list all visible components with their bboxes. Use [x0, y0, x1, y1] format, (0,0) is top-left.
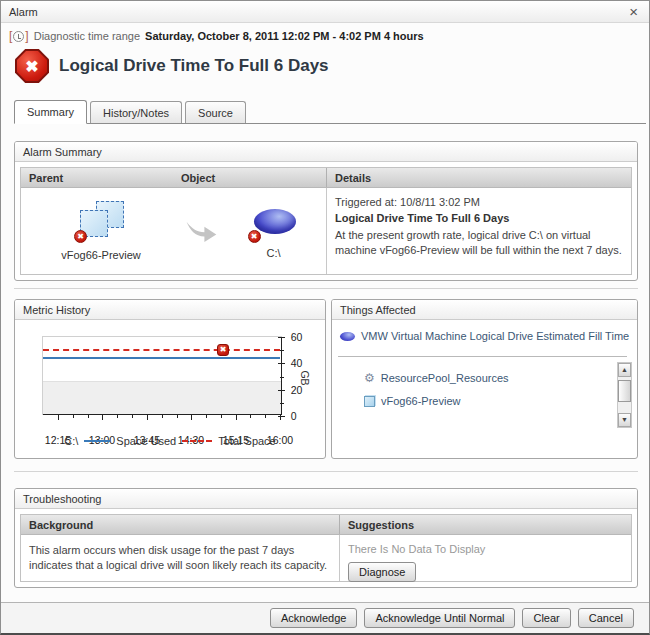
virtual-machine-preview-icon: ✖ [76, 201, 126, 245]
alarm-description-text: At the present growth rate, logical driv… [335, 228, 623, 258]
alarm-summary-row: ✖ vFog66-Preview ✖ C:\ Triggered at: 10/… [21, 188, 631, 274]
clock-icon [9, 29, 29, 43]
column-header-parent: Parent [21, 172, 181, 184]
y-tick-label: 60 [291, 331, 303, 343]
logical-drive-icon: ✖ [249, 203, 299, 243]
chart-band [43, 381, 282, 415]
background-text: This alarm occurs when disk usage for th… [21, 535, 339, 581]
alarm-summary-header-row: Parent Object Details [21, 168, 631, 188]
list-item-vfog66[interactable]: vFog66-Preview [364, 395, 460, 407]
resource-pool-icon: ⚙ [364, 372, 375, 384]
tab-source[interactable]: Source [185, 101, 246, 123]
suggestions-cell: There Is No Data To Display Diagnose [339, 535, 631, 581]
things-affected-root-item[interactable]: VMW Virtual Machine Logical Drive Estima… [340, 330, 629, 342]
scrollbar-thumb[interactable] [618, 380, 631, 402]
acknowledge-button[interactable]: Acknowledge [270, 608, 357, 628]
title-bar: Alarm × [1, 1, 649, 23]
chart-plot-area: 60 40 20 0 ✖ 12:15 13:00 13:45 14:30 15:… [42, 336, 282, 415]
troubleshooting-title: Troubleshooting [15, 489, 637, 509]
legend-total-space: Total Space [218, 435, 275, 447]
acknowledge-until-normal-button[interactable]: Acknowledge Until Normal [364, 608, 515, 628]
metric-history-chart: 60 40 20 0 ✖ 12:15 13:00 13:45 14:30 15:… [15, 320, 325, 458]
virtual-machine-icon [364, 396, 375, 407]
error-badge-icon: ✖ [248, 230, 261, 243]
metric-history-title: Metric History [15, 300, 325, 320]
section-divider [14, 471, 638, 472]
troubleshooting-table: Background Suggestions This alarm occurs… [20, 514, 632, 582]
parent-cell[interactable]: ✖ vFog66-Preview [21, 188, 181, 274]
error-badge-icon: ✖ [74, 230, 87, 243]
metric-history-panel: Metric History 60 40 [14, 299, 326, 459]
cancel-button[interactable]: Cancel [578, 608, 634, 628]
column-header-suggestions: Suggestions [339, 515, 631, 534]
no-data-text: There Is No Data To Display [348, 543, 623, 555]
column-header-object: Object [181, 172, 326, 184]
alarm-heading: ✖ Logical Drive Time To Full 6 Days [15, 49, 329, 83]
alarm-summary-table: Parent Object Details ✖ vFog66-Preview [20, 167, 632, 275]
parent-label: vFog66-Preview [61, 249, 140, 261]
footer-button-bar: Acknowledge Acknowledge Until Normal Cle… [1, 603, 649, 633]
close-icon[interactable]: × [626, 5, 641, 19]
tab-bar: Summary History/Notes Source [14, 100, 646, 124]
troubleshooting-panel: Troubleshooting Background Suggestions T… [14, 488, 638, 588]
details-cell: Triggered at: 10/8/11 3:02 PM Logical Dr… [326, 188, 631, 274]
y-tick-label: 0 [291, 410, 297, 422]
parent-to-object-arrow-icon [181, 188, 221, 274]
clear-button[interactable]: Clear [522, 608, 570, 628]
page-title: Logical Drive Time To Full 6 Days [59, 56, 329, 76]
logical-drive-icon [340, 332, 355, 341]
scroll-down-icon[interactable]: ▼ [618, 413, 631, 427]
scrollbar[interactable]: ▲ ▼ [617, 362, 632, 428]
list-item-resourcepool[interactable]: ⚙ ResourcePool_Resources [364, 372, 509, 384]
legend-space-used: Space Used [116, 435, 176, 447]
total-space-line [43, 349, 280, 351]
alarm-summary-title: Alarm Summary [15, 142, 637, 162]
diagnostic-time-range: Diagnostic time range Saturday, October … [9, 29, 424, 43]
object-label: C:\ [266, 247, 280, 259]
triggered-at-text: Triggered at: 10/8/11 3:02 PM [335, 196, 623, 208]
window-title: Alarm [9, 6, 38, 18]
diagnose-button[interactable]: Diagnose [348, 562, 416, 582]
rule-name-text: Logical Drive Time To Full 6 Days [335, 212, 623, 224]
total-space-line-sample [182, 440, 212, 442]
things-affected-title: Things Affected [332, 300, 637, 320]
scroll-up-icon[interactable]: ▲ [618, 363, 631, 377]
diagnostic-value: Saturday, October 8, 2011 12:02 PM - 4:0… [145, 30, 424, 42]
tab-summary[interactable]: Summary [14, 100, 87, 124]
section-divider [14, 288, 638, 289]
chart-legend: C:\ Space Used Total Space [15, 435, 325, 447]
things-affected-panel: Things Affected VMW Virtual Machine Logi… [331, 299, 638, 459]
alarm-summary-panel: Alarm Summary Parent Object Details ✖ vF… [14, 141, 638, 281]
legend-metric-prefix: C:\ [64, 435, 78, 447]
y-tick-label: 20 [291, 384, 303, 396]
tab-history-notes[interactable]: History/Notes [90, 101, 182, 123]
troubleshooting-header-row: Background Suggestions [21, 515, 631, 535]
column-header-background: Background [21, 519, 339, 531]
object-cell[interactable]: ✖ C:\ [221, 188, 326, 274]
alarm-marker-icon[interactable]: ✖ [217, 344, 229, 356]
alarm-dialog: Alarm × Diagnostic time range Saturday, … [0, 0, 650, 635]
alarm-severity-icon: ✖ [15, 49, 49, 83]
y-tick-label: 40 [291, 357, 303, 369]
divider [338, 356, 627, 357]
space-used-line [43, 357, 280, 359]
y-axis-unit-label: GB [299, 370, 311, 385]
diagnostic-label: Diagnostic time range [34, 30, 140, 42]
list-item-label: ResourcePool_Resources [381, 372, 509, 384]
root-item-label: VMW Virtual Machine Logical Drive Estima… [361, 330, 629, 342]
column-header-details: Details [326, 168, 631, 187]
space-used-line-sample [84, 440, 110, 442]
list-item-label: vFog66-Preview [381, 395, 460, 407]
